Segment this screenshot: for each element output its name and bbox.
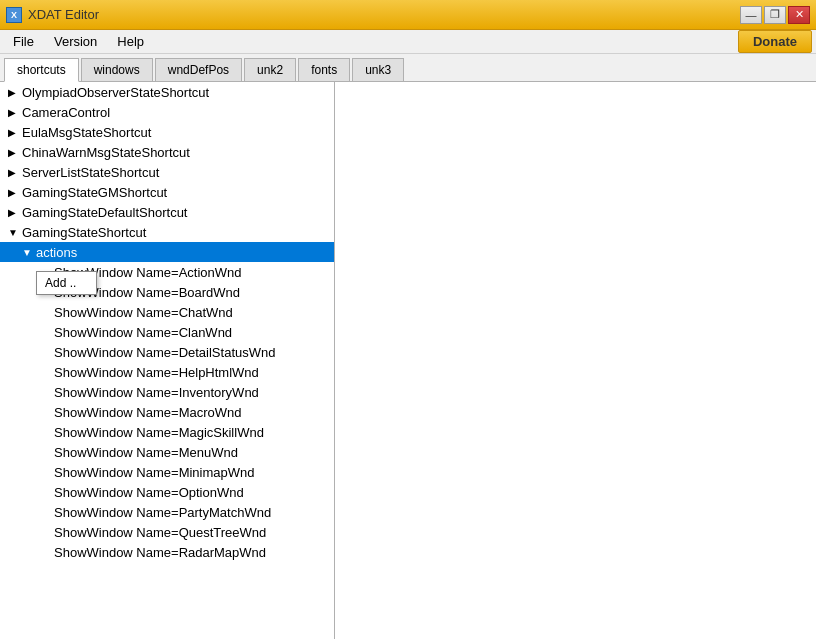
tree-item-serverlist[interactable]: ▶ ServerListStateShortcut [0, 162, 334, 182]
arrow-icon: ▶ [8, 187, 18, 198]
close-button[interactable]: ✕ [788, 6, 810, 24]
menu-help[interactable]: Help [108, 31, 153, 52]
tab-windows[interactable]: windows [81, 58, 153, 81]
restore-button[interactable]: ❐ [764, 6, 786, 24]
tree-item-camera[interactable]: ▶ CameraControl [0, 102, 334, 122]
tree-item-label: GamingStateShortcut [22, 225, 146, 240]
tree-item-label: ShowWindow Name=RadarMapWnd [54, 545, 266, 560]
tree-item-label: ShowWindow Name=PartyMatchWnd [54, 505, 271, 520]
tree-item-label: ServerListStateShortcut [22, 165, 159, 180]
arrow-icon: ▼ [8, 227, 18, 238]
tree-item-inventorywnd[interactable]: ShowWindow Name=InventoryWnd [0, 382, 334, 402]
app-icon: X [6, 7, 22, 23]
tree-item-label: CameraControl [22, 105, 110, 120]
tree-item-partymatch[interactable]: ShowWindow Name=PartyMatchWnd [0, 502, 334, 522]
tab-fonts[interactable]: fonts [298, 58, 350, 81]
tree-item-label: actions [36, 245, 77, 260]
tree-scroll[interactable]: ▶ OlympiadObserverStateShortcut ▶ Camera… [0, 82, 334, 639]
tree-item-label: ShowWindow Name=ChatWnd [54, 305, 233, 320]
tabs-bar: shortcuts windows wndDefPos unk2 fonts u… [0, 54, 816, 82]
tree-item-menuwnd[interactable]: ShowWindow Name=MenuWnd [0, 442, 334, 462]
arrow-icon: ▶ [8, 127, 18, 138]
tree-item-label: ChinaWarnMsgStateShortcut [22, 145, 190, 160]
tree-item-label: ShowWindow Name=MinimapWnd [54, 465, 255, 480]
context-menu: Add .. [36, 271, 97, 295]
main-content: ▶ OlympiadObserverStateShortcut ▶ Camera… [0, 82, 816, 639]
title-bar: X XDAT Editor — ❐ ✕ [0, 0, 816, 30]
menu-items: File Version Help [4, 31, 153, 52]
tree-item-optionwnd[interactable]: ShowWindow Name=OptionWnd [0, 482, 334, 502]
arrow-icon: ▶ [8, 147, 18, 158]
arrow-icon: ▶ [8, 207, 18, 218]
tree-item-gaming[interactable]: ▼ GamingStateShortcut [0, 222, 334, 242]
minimize-button[interactable]: — [740, 6, 762, 24]
tab-unk3[interactable]: unk3 [352, 58, 404, 81]
tab-wnddefpos[interactable]: wndDefPos [155, 58, 242, 81]
tree-item-label: OlympiadObserverStateShortcut [22, 85, 209, 100]
tree-item-detailstatuswnd[interactable]: ShowWindow Name=DetailStatusWnd [0, 342, 334, 362]
tree-item-label: ShowWindow Name=HelpHtmlWnd [54, 365, 259, 380]
menu-bar: File Version Help Donate [0, 30, 816, 54]
arrow-icon: ▶ [8, 87, 18, 98]
tree-item-label: ShowWindow Name=OptionWnd [54, 485, 244, 500]
tree-item-clanwnd[interactable]: ShowWindow Name=ClanWnd [0, 322, 334, 342]
tree-item-label: ShowWindow Name=MacroWnd [54, 405, 241, 420]
window-title: XDAT Editor [28, 7, 99, 22]
tree-item-label: ShowWindow Name=InventoryWnd [54, 385, 259, 400]
tree-item-label: ShowWindow Name=MagicSkillWnd [54, 425, 264, 440]
tree-item-label: EulaMsgStateShortcut [22, 125, 151, 140]
tree-item-gaminggm[interactable]: ▶ GamingStateGMShortcut [0, 182, 334, 202]
tab-shortcuts[interactable]: shortcuts [4, 58, 79, 82]
tree-item-chinawarn[interactable]: ▶ ChinaWarnMsgStateShortcut [0, 142, 334, 162]
tree-item-radarmap[interactable]: ShowWindow Name=RadarMapWnd [0, 542, 334, 562]
tree-item-olympiad[interactable]: ▶ OlympiadObserverStateShortcut [0, 82, 334, 102]
tab-unk2[interactable]: unk2 [244, 58, 296, 81]
title-bar-left: X XDAT Editor [6, 7, 99, 23]
menu-version[interactable]: Version [45, 31, 106, 52]
window-controls: — ❐ ✕ [740, 6, 810, 24]
arrow-icon: ▼ [22, 247, 32, 258]
tree-item-questtree[interactable]: ShowWindow Name=QuestTreeWnd [0, 522, 334, 542]
tree-item-chatwnd[interactable]: ShowWindow Name=ChatWnd [0, 302, 334, 322]
tree-item-helphtmlwnd[interactable]: ShowWindow Name=HelpHtmlWnd [0, 362, 334, 382]
arrow-icon: ▶ [8, 167, 18, 178]
tree-item-label: ShowWindow Name=QuestTreeWnd [54, 525, 266, 540]
tree-item-macrownd[interactable]: ShowWindow Name=MacroWnd [0, 402, 334, 422]
donate-button[interactable]: Donate [738, 30, 812, 53]
arrow-icon: ▶ [8, 107, 18, 118]
tree-item-eula[interactable]: ▶ EulaMsgStateShortcut [0, 122, 334, 142]
tree-item-label: ShowWindow Name=DetailStatusWnd [54, 345, 275, 360]
tree-item-gamingdefault[interactable]: ▶ GamingStateDefaultShortcut [0, 202, 334, 222]
tree-item-label: ShowWindow Name=ClanWnd [54, 325, 232, 340]
tree-item-label: GamingStateGMShortcut [22, 185, 167, 200]
tree-item-label: GamingStateDefaultShortcut [22, 205, 187, 220]
add-button[interactable]: Add .. [37, 272, 96, 294]
tree-item-magicskillwnd[interactable]: ShowWindow Name=MagicSkillWnd [0, 422, 334, 442]
tree-item-actions[interactable]: ▼ actions [0, 242, 334, 262]
tree-item-minimapwnd[interactable]: ShowWindow Name=MinimapWnd [0, 462, 334, 482]
tree-panel: ▶ OlympiadObserverStateShortcut ▶ Camera… [0, 82, 335, 639]
tree-item-label: ShowWindow Name=MenuWnd [54, 445, 238, 460]
detail-panel [335, 82, 816, 639]
menu-file[interactable]: File [4, 31, 43, 52]
